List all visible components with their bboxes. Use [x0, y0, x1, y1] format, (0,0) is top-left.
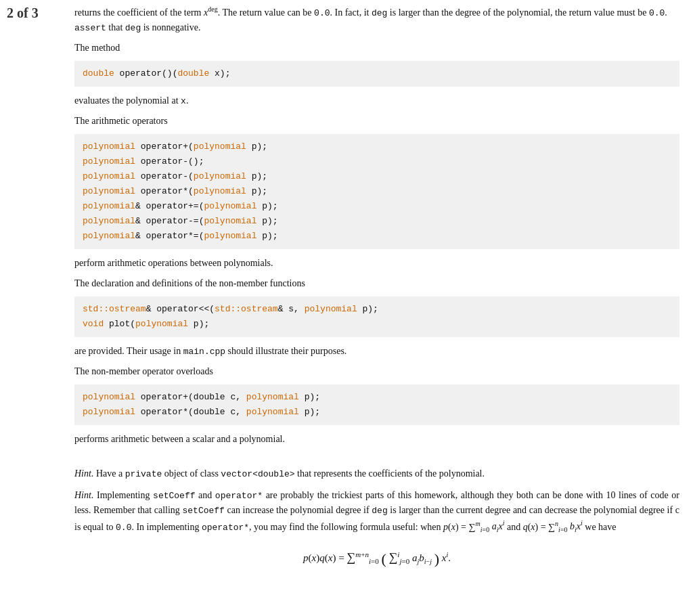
arithmetic-label: The arithmetic operators — [74, 114, 679, 129]
hint1-paragraph: Hint. Have a private object of class vec… — [74, 466, 679, 481]
performs-text: performs arithmetic between a scalar and… — [74, 432, 679, 447]
main-content: returns the coefficient of the term xdeg… — [68, 0, 693, 616]
method-label: The method — [74, 41, 679, 56]
nonmember-label: The non-member operator overloads — [74, 364, 679, 379]
intro-paragraph: returns the coefficient of the term xdeg… — [74, 4, 679, 35]
provided-text: are provided. Their usage in main.cpp sh… — [74, 344, 679, 359]
math-formula: p(x)q(x) = ∑m+ni=0 ( ∑ij=0 ajbi−j ) xi. — [74, 548, 679, 571]
code-block-scalar-ops: polynomial operator+(double c, polynomia… — [74, 384, 679, 425]
code-block-nonmember-decl: std::ostream& operator<<(std::ostream& s… — [74, 296, 679, 337]
code-block-arithmetic: polynomial operator+(polynomial p); poly… — [74, 134, 679, 250]
decl-label: The declaration and definitions of the n… — [74, 276, 679, 291]
hint2-paragraph: Hint. Implementing setCoeff and operator… — [74, 488, 679, 535]
perform-text: perform arithmetic operations between po… — [74, 256, 679, 271]
page-number: 2 of 3 — [0, 0, 68, 616]
evaluates-text: evaluates the polynomial at x. — [74, 93, 679, 108]
code-block-operator-call: double operator()(double x); — [74, 61, 679, 87]
